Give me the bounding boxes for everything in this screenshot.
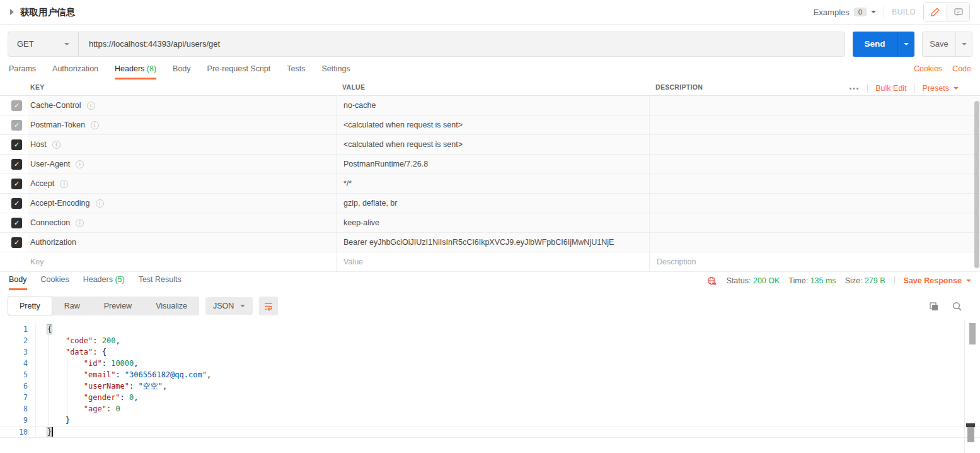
header-description-cell[interactable] [649, 115, 980, 134]
divider [867, 84, 868, 93]
header-value-cell[interactable]: no-cache [336, 96, 649, 115]
header-value-cell[interactable]: */* [336, 174, 649, 193]
send-label: Send [853, 32, 897, 57]
url-input[interactable]: https://localhost:44393/api/users/get [79, 39, 230, 49]
header-key-cell[interactable]: Hosti [28, 135, 336, 154]
token: "email" [84, 370, 116, 379]
value-input[interactable]: Value [336, 252, 649, 271]
tab-headers[interactable]: Headers (8) [115, 64, 156, 79]
view-tab-pretty[interactable]: Pretty [8, 297, 52, 315]
tab-body[interactable]: Body [173, 64, 191, 79]
table-row: ✓Connectionikeep-alive [0, 213, 980, 233]
header-value-cell[interactable]: <calculated when request is sent> [336, 115, 649, 134]
line-number: 7 [0, 393, 28, 402]
row-checkbox[interactable]: ✓ [11, 159, 22, 170]
response-body-editor[interactable]: 1{2 "code": 200,3 "data": {4 "id": 10000… [0, 321, 980, 453]
format-value: JSON [213, 302, 234, 310]
url-input-group: GET https://localhost:44393/api/users/ge… [8, 32, 845, 57]
header-description-cell[interactable] [649, 194, 980, 213]
wrap-text-button[interactable] [259, 297, 278, 315]
tab-settings[interactable]: Settings [321, 64, 350, 79]
row-checkbox[interactable]: ✓ [11, 198, 22, 209]
tab-count: (5) [113, 275, 125, 284]
tab-label: Cookies [41, 275, 69, 284]
header-key-cell[interactable]: User-Agenti [28, 155, 336, 174]
editor-scrollbar-thumb-bottom[interactable] [967, 427, 974, 442]
tab-cookies[interactable]: Cookies [41, 275, 69, 290]
header-description-cell[interactable] [649, 96, 980, 115]
cookies-link[interactable]: Cookies [914, 64, 942, 73]
header-value-cell[interactable]: keep-alive [336, 213, 649, 232]
row-checkbox[interactable]: ✓ [11, 179, 22, 189]
bulk-edit-link[interactable]: Bulk Edit [875, 84, 906, 93]
method-select[interactable]: GET [8, 32, 79, 56]
view-tab-visualize[interactable]: Visualize [144, 297, 199, 315]
request-scrollbar[interactable] [974, 101, 979, 268]
editor-scrollbar-thumb[interactable] [969, 323, 976, 344]
row-checkbox[interactable]: ✓ [11, 218, 22, 228]
tab-test-results[interactable]: Test Results [139, 275, 182, 290]
indent-guide [49, 369, 49, 380]
header-description-cell[interactable] [649, 174, 980, 193]
header-value-cell[interactable]: PostmanRuntime/7.26.8 [336, 155, 649, 174]
code-content: "code": 200, [35, 335, 980, 346]
row-checkbox[interactable]: ✓ [11, 139, 22, 150]
token [47, 404, 84, 413]
token: , [134, 393, 138, 402]
header-value-cell[interactable]: <calculated when request is sent> [336, 135, 649, 154]
send-button[interactable]: Send [853, 32, 914, 57]
edit-button[interactable] [924, 3, 947, 21]
examples-dropdown[interactable]: Examples 0 [814, 8, 876, 17]
tab-authorization[interactable]: Authorization [52, 64, 98, 79]
header-value-cell[interactable]: Bearer eyJhbGciOiJIUzI1NiIsInR5cCI6IkpXV… [336, 233, 649, 252]
row-checkbox[interactable]: ✓ [11, 100, 22, 111]
format-select[interactable]: JSON [205, 297, 253, 315]
header-key-cell[interactable]: Postman-Tokeni [28, 115, 336, 134]
header-key-cell[interactable]: Accept-Encodingi [28, 194, 336, 213]
save-button[interactable]: Save [922, 32, 972, 57]
presets-dropdown[interactable]: Presets [923, 84, 959, 93]
view-tab-preview[interactable]: Preview [92, 297, 144, 315]
search-icon[interactable] [952, 301, 962, 312]
tab-tests[interactable]: Tests [287, 64, 305, 79]
tab-pre-request-script[interactable]: Pre-request Script [207, 64, 271, 79]
header-description-cell[interactable] [649, 135, 980, 154]
disclosure-icon[interactable] [10, 9, 14, 15]
header-value-cell[interactable]: gzip, deflate, br [336, 194, 649, 213]
save-response-dropdown[interactable]: Save Response [904, 276, 971, 285]
tab-label: Body [173, 64, 191, 73]
code-link[interactable]: Code [952, 64, 971, 73]
tab-label: Test Results [139, 275, 182, 284]
save-options-button[interactable] [955, 32, 972, 56]
indent-guide [67, 403, 67, 415]
header-key-cell[interactable]: Cache-Controli [28, 96, 336, 115]
chevron-down-icon [871, 11, 876, 13]
indent-guide [49, 358, 49, 369]
comment-button[interactable] [947, 3, 969, 21]
tab-body[interactable]: Body [9, 275, 27, 290]
header-key-cell[interactable]: Authorization [28, 233, 336, 252]
examples-label: Examples [814, 8, 850, 17]
token: : [120, 393, 129, 402]
send-options-button[interactable] [897, 32, 914, 57]
indent-guide [49, 380, 49, 392]
more-icon[interactable]: ••• [850, 85, 860, 92]
chevron-down-icon [64, 43, 69, 45]
tab-headers[interactable]: Headers (5) [83, 275, 125, 290]
code-content: { [35, 324, 980, 335]
view-tab-raw[interactable]: Raw [52, 297, 92, 315]
header-description-cell[interactable] [649, 155, 980, 174]
line-number: 9 [0, 416, 28, 425]
token: , [207, 370, 211, 379]
row-checkbox[interactable]: ✓ [11, 120, 22, 131]
key-input[interactable]: Key [28, 252, 336, 271]
tab-params[interactable]: Params [9, 64, 36, 79]
header-key-cell[interactable]: Connectioni [28, 213, 336, 232]
ssl-off-icon[interactable]: ! [706, 276, 718, 286]
header-description-cell[interactable] [649, 233, 980, 252]
description-input[interactable]: Description [649, 252, 980, 271]
row-checkbox[interactable]: ✓ [11, 237, 22, 248]
copy-icon[interactable] [928, 301, 939, 312]
header-description-cell[interactable] [649, 213, 980, 232]
header-key-cell[interactable]: Accepti [28, 174, 336, 193]
